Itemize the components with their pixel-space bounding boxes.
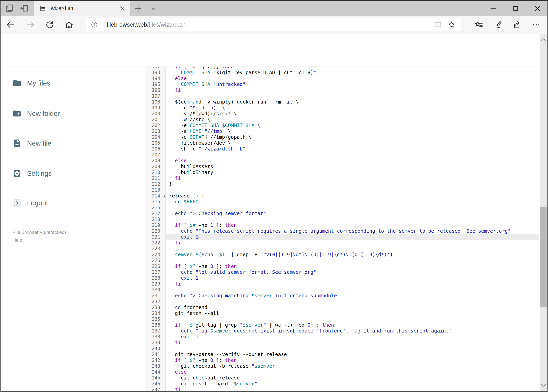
code-line-text[interactable]: $(command -v winpty) docker run --rm -it…: [166, 99, 539, 105]
code-line[interactable]: 222 fi: [145, 240, 539, 246]
code-line[interactable]: 200 -v /$(pwd):/src:z \: [145, 111, 539, 117]
code-line[interactable]: 212}: [145, 181, 539, 187]
code-line-text[interactable]: COMMIT_SHA="$(git rev-parse HEAD | cut -…: [166, 70, 539, 76]
code-line[interactable]: 193 COMMIT_SHA="$(git rev-parse HEAD | c…: [145, 70, 539, 76]
code-editor[interactable]: 192 if [ -d .git ]; then193 COMMIT_SHA="…: [145, 67, 539, 391]
reading-view-icon[interactable]: [434, 21, 442, 28]
code-line[interactable]: 245 git checkout release: [145, 375, 539, 381]
code-line[interactable]: 197: [145, 93, 539, 99]
code-line[interactable]: 215 cd $REPO: [145, 199, 539, 205]
annotate-button[interactable]: [493, 20, 502, 29]
code-line-text[interactable]: buildBinary: [166, 169, 539, 175]
code-line-text[interactable]: [166, 287, 539, 293]
code-line-text[interactable]: [166, 316, 539, 322]
code-line[interactable]: 229 fi: [145, 281, 539, 287]
code-line-text[interactable]: cd $REPO: [166, 199, 539, 205]
minimize-button[interactable]: [483, 3, 503, 14]
tab-preview-button[interactable]: [5, 3, 14, 13]
code-line[interactable]: 214▾release () {: [145, 193, 539, 199]
code-line[interactable]: 208 else: [145, 158, 539, 164]
sidebar-item-my-files[interactable]: My files: [1, 78, 145, 88]
code-line-text[interactable]: if [ $? -ne 0 ]; then: [166, 357, 539, 363]
code-line-text[interactable]: else: [166, 76, 539, 81]
tab-list-button[interactable]: [150, 5, 158, 13]
code-line[interactable]: 239 fi: [145, 340, 539, 346]
maximize-button[interactable]: [506, 3, 526, 14]
code-line[interactable]: 223: [145, 246, 539, 252]
code-line[interactable]: 235: [145, 316, 539, 322]
code-line-text[interactable]: git rev-parse --verify --quiet release: [166, 351, 539, 357]
code-line-text[interactable]: COMMIT_SHA="untracked": [166, 81, 539, 87]
code-line-text[interactable]: exit 1: [166, 334, 539, 340]
code-line-text[interactable]: git checkout release: [166, 375, 539, 381]
code-line-text[interactable]: filebrowser/dev \: [166, 140, 539, 146]
code-line[interactable]: 218: [145, 217, 539, 222]
code-line-text[interactable]: else: [166, 158, 539, 164]
code-line[interactable]: 195 COMMIT_SHA="untracked": [145, 81, 539, 87]
code-line[interactable]: 228 exit 1: [145, 275, 539, 281]
code-line[interactable]: 243 git checkout -b release "$semver": [145, 363, 539, 369]
code-line[interactable]: 204 -e GOPATH=//tmp/gopath \: [145, 134, 539, 140]
code-line-text[interactable]: [166, 299, 539, 305]
refresh-button[interactable]: [45, 20, 54, 29]
close-button[interactable]: [528, 3, 547, 14]
code-line[interactable]: 231 echo "> Checking matching $semver in…: [145, 293, 539, 299]
code-line[interactable]: 224 semver=$(echo "$1" | grep -P '^v(0|[…: [145, 252, 539, 258]
code-line[interactable]: 201 -w //src \: [145, 117, 539, 123]
code-line-text[interactable]: echo "> Checking matching $semver in fro…: [166, 293, 539, 299]
code-line-text[interactable]: fi: [166, 87, 539, 93]
code-line-text[interactable]: echo "Tag $semver does not exist in subm…: [166, 328, 539, 334]
code-line[interactable]: 230: [145, 287, 539, 293]
code-line[interactable]: 202 -e COMMIT_SHA=$COMMIT_SHA \: [145, 123, 539, 128]
code-line[interactable]: 242 if [ $? -ne 0 ]; then: [145, 357, 539, 363]
more-button[interactable]: [532, 20, 541, 29]
home-button[interactable]: [65, 20, 74, 29]
sidebar-item-logout[interactable]: Logout: [1, 198, 145, 208]
code-line-text[interactable]: fi: [166, 281, 539, 287]
code-line[interactable]: 203 -e HOME="//tmp" \: [145, 128, 539, 134]
favorites-hub-button[interactable]: [474, 20, 483, 29]
code-line-text[interactable]: cd frontend: [166, 305, 539, 310]
code-line-text[interactable]: [166, 205, 539, 210]
code-line[interactable]: 236 if [ $(git tag | grep "$semver" | wc…: [145, 322, 539, 328]
code-line-text[interactable]: fi: [166, 387, 539, 391]
code-line[interactable]: 199 -u "$(id -u)" \: [145, 105, 539, 111]
code-line[interactable]: 192 if [ -d .git ]; then: [145, 67, 539, 70]
code-line[interactable]: 207: [145, 152, 539, 158]
code-line-text[interactable]: exit 1: [166, 275, 539, 281]
share-button[interactable]: [512, 20, 521, 29]
code-line-text[interactable]: if [ $? -ne 0 ]; then: [166, 263, 539, 269]
code-line[interactable]: 232: [145, 299, 539, 305]
code-line-text[interactable]: git checkout -b release "$semver": [166, 363, 539, 369]
address-bar[interactable]: filebrowser.web/files/wizard.sh: [86, 18, 461, 31]
code-line[interactable]: 211 fi: [145, 175, 539, 181]
code-line-text[interactable]: git fetch --all: [166, 310, 539, 316]
code-line-text[interactable]: -v /$(pwd):/src:z \: [166, 111, 539, 117]
code-line[interactable]: 234 git fetch --all: [145, 310, 539, 316]
code-line-text[interactable]: [166, 258, 539, 263]
code-line-text[interactable]: fi: [166, 240, 539, 246]
set-tabs-aside-button[interactable]: [20, 3, 29, 13]
code-line[interactable]: 216: [145, 205, 539, 210]
back-button[interactable]: [6, 20, 15, 29]
code-line[interactable]: 246 git reset --hard "$semver": [145, 381, 539, 387]
code-line-text[interactable]: buildAssets: [166, 164, 539, 169]
code-line-text[interactable]: [166, 217, 539, 222]
code-line-text[interactable]: [166, 93, 539, 99]
tab-close-icon[interactable]: [119, 6, 125, 11]
forward-button[interactable]: [26, 20, 35, 29]
code-line-text[interactable]: fi: [166, 340, 539, 346]
code-line[interactable]: 237 echo "Tag $semver does not exist in …: [145, 328, 539, 334]
code-line[interactable]: 198 $(command -v winpty) docker run --rm…: [145, 99, 539, 105]
code-line[interactable]: 209 buildAssets: [145, 164, 539, 169]
code-line-text[interactable]: sh -c "./wizard.sh -b": [166, 146, 539, 152]
code-line-text[interactable]: fi: [166, 175, 539, 181]
code-line[interactable]: 194 else: [145, 76, 539, 81]
code-line-text[interactable]: -e HOME="//tmp" \: [166, 128, 539, 134]
code-line-text[interactable]: [166, 152, 539, 158]
code-line[interactable]: 205 filebrowser/dev \: [145, 140, 539, 146]
code-line[interactable]: 206 sh -c "./wizard.sh -b": [145, 146, 539, 152]
code-line-text[interactable]: [166, 246, 539, 252]
help-link[interactable]: Help: [13, 237, 22, 243]
code-line-text[interactable]: -w //src \: [166, 117, 539, 123]
